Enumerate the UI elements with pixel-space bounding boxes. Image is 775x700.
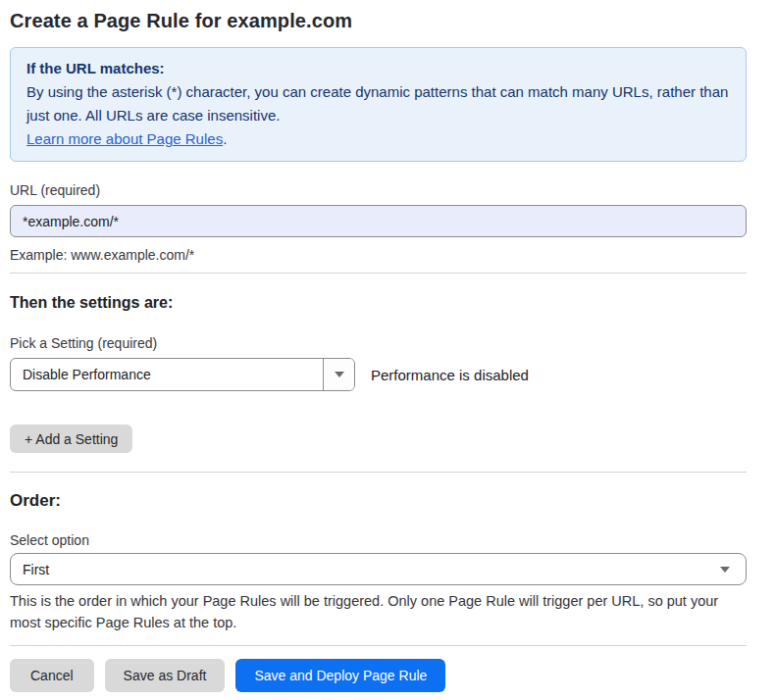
url-example-text: Example: www.example.com/*	[10, 247, 747, 263]
divider	[10, 645, 747, 646]
add-setting-button[interactable]: + Add a Setting	[10, 425, 132, 453]
info-box-heading: If the URL matches:	[26, 57, 730, 80]
url-input[interactable]	[10, 205, 747, 237]
order-select-value: First	[23, 562, 49, 577]
learn-more-link[interactable]: Learn more about Page Rules	[26, 130, 223, 147]
footer-actions: Cancel Save as Draft Save and Deploy Pag…	[10, 659, 747, 692]
divider	[10, 273, 747, 274]
setting-row: Disable Performance Performance is disab…	[10, 358, 747, 391]
info-box-body-text: By using the asterisk (*) character, you…	[26, 83, 728, 124]
cancel-button[interactable]: Cancel	[10, 659, 94, 692]
chevron-down-icon	[335, 372, 344, 377]
setting-select-arrow-button[interactable]	[323, 359, 354, 390]
order-select-label: Select option	[10, 532, 747, 548]
link-period: .	[223, 130, 227, 147]
order-select[interactable]: First	[10, 553, 747, 585]
order-help-text: This is the order in which your Page Rul…	[10, 590, 747, 633]
url-field-label: URL (required)	[10, 182, 747, 198]
save-and-deploy-button[interactable]: Save and Deploy Page Rule	[235, 659, 445, 692]
chevron-down-icon	[720, 567, 730, 573]
setting-select-label: Pick a Setting (required)	[10, 335, 747, 351]
settings-section-heading: Then the settings are:	[10, 294, 747, 312]
url-match-info-box: If the URL matches: By using the asteris…	[10, 47, 747, 162]
info-box-body: By using the asterisk (*) character, you…	[26, 80, 730, 151]
order-section-heading: Order:	[10, 491, 747, 511]
divider	[10, 472, 747, 473]
save-as-draft-button[interactable]: Save as Draft	[105, 659, 226, 692]
page-title: Create a Page Rule for example.com	[10, 10, 747, 32]
setting-status-text: Performance is disabled	[371, 367, 529, 383]
setting-select-value: Disable Performance	[11, 359, 323, 390]
setting-select[interactable]: Disable Performance	[10, 358, 355, 391]
page-rule-form: Create a Page Rule for example.com If th…	[0, 0, 747, 692]
